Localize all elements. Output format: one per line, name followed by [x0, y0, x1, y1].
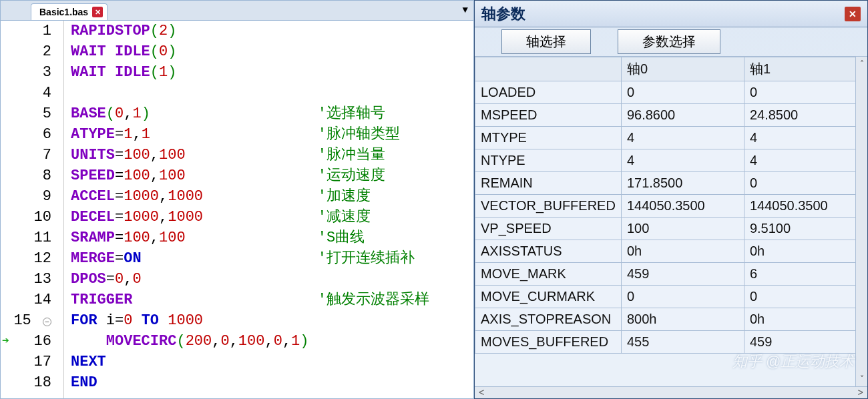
table-row[interactable]: AXIS_STOPREASON800h0h	[475, 308, 867, 331]
parameter-grid: 轴0轴1LOADED00MSPEED96.860024.8500MTYPE44N…	[475, 57, 867, 386]
table-row[interactable]: MOVES_BUFFERED455459	[475, 331, 867, 354]
line-number: 11	[1, 228, 51, 248]
param-header-name[interactable]	[475, 57, 622, 81]
line-number: 2	[1, 41, 51, 62]
axis-parameter-panel: 轴参数 ✕ 轴选择 参数选择 轴0轴1LOADED00MSPEED96.8600…	[474, 0, 868, 399]
table-row[interactable]: VECTOR_BUFFERED144050.3500144050.3500	[475, 195, 867, 218]
param-value-cell[interactable]: 171.8500	[621, 172, 744, 195]
line-number: 15 –	[1, 310, 51, 331]
table-row[interactable]: VP_SPEED1009.5100	[475, 218, 867, 240]
scroll-left-icon[interactable]: <	[479, 388, 484, 398]
param-value-cell[interactable]: 0h	[744, 240, 867, 263]
param-value-cell[interactable]: 0	[621, 81, 744, 104]
param-value-cell[interactable]: 4	[621, 149, 744, 172]
code-line[interactable]: END	[71, 372, 473, 393]
tab-dropdown-icon[interactable]: ▼	[463, 5, 468, 15]
param-header-axis[interactable]: 轴0	[621, 57, 744, 81]
scroll-right-icon[interactable]: >	[858, 388, 863, 398]
code-lines[interactable]: RAPIDSTOP(2)WAIT IDLE(0)WAIT IDLE(1)BASE…	[64, 21, 473, 398]
line-number: 1	[1, 21, 51, 41]
line-number: ➔16	[1, 331, 51, 352]
line-number: 7	[1, 145, 51, 165]
line-number: 8	[1, 165, 51, 186]
editor-tab[interactable]: Basic1.bas ✕	[31, 3, 107, 20]
param-name-cell: LOADED	[475, 81, 622, 104]
code-line[interactable]: TRIGGER '触发示波器采样	[71, 290, 473, 310]
param-value-cell[interactable]: 0	[744, 172, 867, 195]
close-icon[interactable]: ✕	[845, 7, 861, 21]
line-number: 4	[1, 83, 51, 103]
param-value-cell[interactable]: 24.8500	[744, 104, 867, 127]
horizontal-scrollbar[interactable]: < >	[475, 386, 867, 398]
param-name-cell: MOVES_BUFFERED	[475, 331, 622, 354]
table-row[interactable]: NTYPE44	[475, 149, 867, 172]
scroll-down-icon[interactable]: ˅	[860, 374, 864, 384]
param-name-cell: NTYPE	[475, 149, 622, 172]
code-editor-pane: Basic1.bas ✕ ▼ 123456789101112131415 –➔1…	[0, 0, 474, 399]
code-area[interactable]: 123456789101112131415 –➔161718 RAPIDSTOP…	[1, 21, 473, 398]
param-value-cell[interactable]: 459	[744, 331, 867, 354]
code-line[interactable]: MOVECIRC(200,0,100,0,1)	[71, 331, 473, 352]
param-value-cell[interactable]: 9.5100	[744, 218, 867, 240]
fold-icon[interactable]: –	[43, 318, 51, 326]
code-line[interactable]: BASE(0,1) '选择轴号	[71, 103, 473, 124]
param-value-cell[interactable]: 4	[744, 149, 867, 172]
code-line[interactable]: WAIT IDLE(0)	[71, 41, 473, 62]
line-number: 13	[1, 269, 51, 290]
param-name-cell: REMAIN	[475, 172, 622, 195]
code-line[interactable]: DPOS=0,0	[71, 269, 473, 290]
param-value-cell[interactable]: 0	[744, 286, 867, 308]
watermark-text: 知乎 @正运动技术	[732, 352, 854, 372]
param-name-cell: MTYPE	[475, 127, 622, 149]
exec-pointer-icon: ➔	[2, 331, 9, 352]
code-line[interactable]	[71, 83, 473, 103]
close-icon[interactable]: ✕	[92, 7, 103, 17]
panel-title-bar: 轴参数 ✕	[475, 1, 867, 27]
panel-button-row: 轴选择 参数选择	[475, 27, 867, 57]
param-value-cell[interactable]: 144050.3500	[621, 195, 744, 218]
code-line[interactable]: SPEED=100,100 '运动速度	[71, 165, 473, 186]
vertical-scrollbar[interactable]: ˄ ˅	[855, 57, 867, 386]
code-line[interactable]: UNITS=100,100 '脉冲当量	[71, 145, 473, 165]
param-name-cell: VP_SPEED	[475, 218, 622, 240]
param-value-cell[interactable]: 0	[744, 81, 867, 104]
param-value-cell[interactable]: 0h	[744, 308, 867, 331]
param-value-cell[interactable]: 0	[621, 286, 744, 308]
param-value-cell[interactable]: 144050.3500	[744, 195, 867, 218]
param-header-axis[interactable]: 轴1	[744, 57, 867, 81]
code-line[interactable]: FOR i=0 TO 1000	[71, 310, 473, 331]
param-value-cell[interactable]: 4	[621, 127, 744, 149]
scroll-up-icon[interactable]: ˄	[860, 59, 864, 69]
param-value-cell[interactable]: 459	[621, 263, 744, 286]
param-value-cell[interactable]: 6	[744, 263, 867, 286]
code-line[interactable]: NEXT	[71, 352, 473, 372]
table-row[interactable]: MOVE_MARK4596	[475, 263, 867, 286]
param-name-cell: VECTOR_BUFFERED	[475, 195, 622, 218]
editor-tab-bar: Basic1.bas ✕ ▼	[1, 1, 473, 21]
param-value-cell[interactable]: 96.8600	[621, 104, 744, 127]
param-value-cell[interactable]: 455	[621, 331, 744, 354]
param-name-cell: MOVE_MARK	[475, 263, 622, 286]
param-value-cell[interactable]: 100	[621, 218, 744, 240]
table-row[interactable]: MTYPE44	[475, 127, 867, 149]
table-row[interactable]: AXISSTATUS0h0h	[475, 240, 867, 263]
axis-select-button[interactable]: 轴选择	[501, 29, 591, 54]
param-value-cell[interactable]: 4	[744, 127, 867, 149]
code-line[interactable]: ATYPE=1,1 '脉冲轴类型	[71, 124, 473, 145]
table-row[interactable]: LOADED00	[475, 81, 867, 104]
table-row[interactable]: REMAIN171.85000	[475, 172, 867, 195]
code-line[interactable]: SRAMP=100,100 'S曲线	[71, 228, 473, 248]
line-number: 14	[1, 290, 51, 310]
code-line[interactable]: ACCEL=1000,1000 '加速度	[71, 186, 473, 207]
parameter-table: 轴0轴1LOADED00MSPEED96.860024.8500MTYPE44N…	[475, 57, 867, 354]
code-line[interactable]: RAPIDSTOP(2)	[71, 21, 473, 41]
line-gutter: 123456789101112131415 –➔161718	[1, 21, 64, 398]
code-line[interactable]: DECEL=1000,1000 '减速度	[71, 207, 473, 228]
param-value-cell[interactable]: 800h	[621, 308, 744, 331]
table-row[interactable]: MOVE_CURMARK00	[475, 286, 867, 308]
code-line[interactable]: MERGE=ON '打开连续插补	[71, 248, 473, 269]
code-line[interactable]: WAIT IDLE(1)	[71, 62, 473, 83]
param-value-cell[interactable]: 0h	[621, 240, 744, 263]
param-select-button[interactable]: 参数选择	[618, 29, 720, 54]
table-row[interactable]: MSPEED96.860024.8500	[475, 104, 867, 127]
